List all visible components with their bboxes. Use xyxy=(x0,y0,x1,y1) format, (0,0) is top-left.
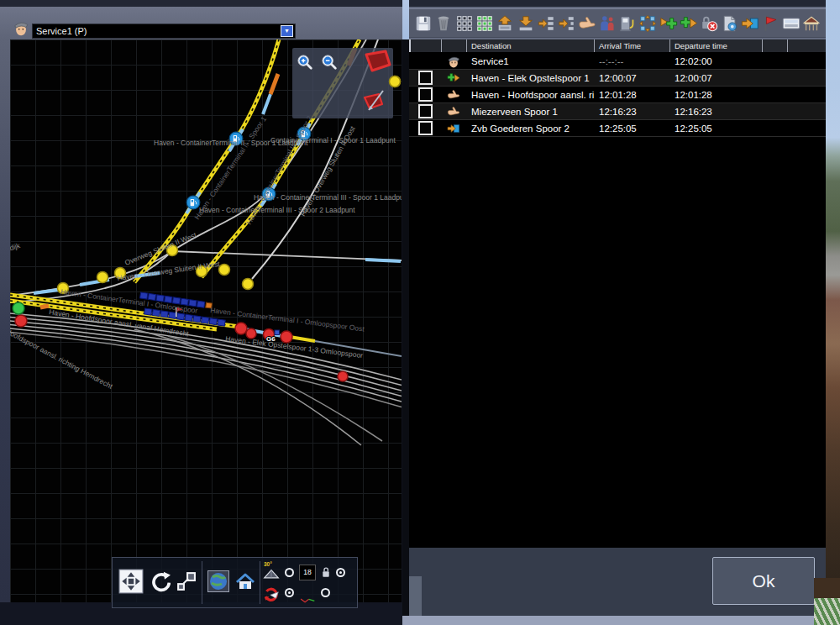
service-select[interactable]: Service1 (P) ▼ xyxy=(32,24,296,39)
w agon[interactable] xyxy=(160,311,168,318)
app-window: Service1 (P) ▼ xyxy=(0,0,840,625)
column-header-departure-time: Departure time xyxy=(669,39,762,52)
schedule-toolbar xyxy=(409,7,826,39)
depot-icon[interactable] xyxy=(801,13,822,34)
schedule-row[interactable]: Haven - Hoofdspoor aansl. richting Kr12:… xyxy=(409,87,826,103)
add-stop-icon xyxy=(441,71,466,85)
map-label: Haven - ContainerTerminal III - Spoor 1 … xyxy=(254,193,402,202)
gradient-radio[interactable] xyxy=(285,568,294,577)
map-canvas: Haven - ContainerTerminal II - Spoor 1 L… xyxy=(10,39,402,602)
ok-button[interactable]: Ok xyxy=(712,557,815,605)
rotate-button[interactable] xyxy=(149,570,171,596)
altitude-radio[interactable] xyxy=(336,568,345,577)
signal-marker-icon xyxy=(299,585,316,601)
insert-after-icon[interactable] xyxy=(536,13,556,34)
signal-radio[interactable] xyxy=(321,588,330,597)
altitude-value: 18 xyxy=(299,565,316,580)
background-scene-gap xyxy=(402,0,409,39)
insert-before-icon[interactable] xyxy=(556,13,576,34)
schedule-row[interactable]: Zvb Goederen Spoor 212:25:0512:25:05 xyxy=(409,120,826,137)
stop-marker[interactable] xyxy=(15,315,27,327)
w agon[interactable] xyxy=(152,309,160,316)
arrival-cell: 12:00:07 xyxy=(594,73,669,83)
padlock-icon xyxy=(321,566,331,580)
siding-icon[interactable] xyxy=(740,13,760,34)
background-3d-scene xyxy=(826,0,840,625)
passengers-icon[interactable] xyxy=(597,13,617,34)
row-checkbox[interactable] xyxy=(418,87,433,102)
departure-cell: 12:16:23 xyxy=(669,107,762,117)
w agon[interactable] xyxy=(201,317,208,323)
schedule-row[interactable]: Haven - Elek Opstelspoor 112:00:0712:00:… xyxy=(409,70,826,87)
row-checkbox[interactable] xyxy=(418,104,433,118)
loading-point-icon[interactable] xyxy=(186,196,200,209)
stop-marker[interactable] xyxy=(235,323,247,334)
magnifier-minus-icon[interactable] xyxy=(320,53,339,71)
column-header-blank xyxy=(441,39,466,52)
add-stop-icon[interactable] xyxy=(679,13,699,34)
lower-icon[interactable] xyxy=(516,13,536,34)
driver-avatar-icon xyxy=(12,18,30,37)
schedule-table: DestinationArrival TimeDeparture time Se… xyxy=(409,39,826,548)
chevron-down-icon[interactable]: ▼ xyxy=(281,25,293,37)
point-icon xyxy=(441,105,466,118)
add-waypoint-icon[interactable] xyxy=(659,13,679,34)
schedule-row[interactable]: Miezerveen Spoor 112:16:2312:16:23 xyxy=(409,103,826,120)
start-marker[interactable] xyxy=(13,302,24,314)
schedule-row[interactable]: Service1--:--:--12:02:00 xyxy=(409,53,826,70)
direction-radio[interactable] xyxy=(285,588,294,597)
schedule-toolbar-inset xyxy=(409,8,826,38)
delete-icon[interactable] xyxy=(433,13,454,34)
world-button[interactable] xyxy=(207,570,229,596)
w agon[interactable] xyxy=(185,314,192,321)
w agon[interactable] xyxy=(209,318,217,325)
grid-filled-icon[interactable] xyxy=(475,13,495,34)
map-view[interactable]: Haven - ContainerTerminal II - Spoor 1 L… xyxy=(10,39,402,602)
arrival-cell: 12:25:05 xyxy=(594,123,669,134)
column-header-blank xyxy=(409,39,441,52)
switch-marker[interactable] xyxy=(219,265,230,276)
expand-icon[interactable] xyxy=(638,13,658,34)
w agon[interactable] xyxy=(169,312,176,318)
destination-cell: Haven - Hoofdspoor aansl. richting Kr xyxy=(466,90,594,100)
map-label: Haven - ContainerTerminal III - Spoor 2 … xyxy=(199,206,355,214)
grid-outline-icon[interactable] xyxy=(454,13,475,34)
w agon[interactable] xyxy=(193,316,201,323)
home-button[interactable] xyxy=(234,571,255,595)
refuel-icon[interactable] xyxy=(617,13,638,34)
map-label: ndijk xyxy=(10,241,22,254)
bottom-frame-right xyxy=(402,616,840,625)
signal-id-label: G6 xyxy=(266,335,276,343)
row-checkbox[interactable] xyxy=(418,71,433,85)
stop-marker[interactable] xyxy=(338,371,348,381)
w agon[interactable] xyxy=(218,319,225,326)
keyboard-icon[interactable] xyxy=(781,13,801,34)
arrival-cell: 12:16:23 xyxy=(594,107,669,117)
magnifier-plus-icon[interactable] xyxy=(296,53,314,71)
signal-segment xyxy=(270,74,278,94)
point-icon[interactable] xyxy=(577,13,597,34)
map-label: Hoofdspoor aansl. richting Hemdrecht xyxy=(10,327,114,391)
map-label: Haven - ContainerTerminal I - Omloopspoo… xyxy=(210,306,365,334)
save-icon[interactable] xyxy=(413,13,433,34)
pan-button[interactable] xyxy=(118,569,144,597)
siding-icon xyxy=(441,122,466,135)
switch-marker[interactable] xyxy=(97,272,108,283)
raise-icon[interactable] xyxy=(495,13,515,34)
service-settings-icon[interactable] xyxy=(720,13,740,34)
flag-icon[interactable] xyxy=(760,13,780,34)
arrival-cell: 12:01:28 xyxy=(594,90,669,100)
w agon[interactable] xyxy=(144,308,152,315)
footer-tab xyxy=(409,576,422,616)
point-icon xyxy=(441,88,466,102)
departure-cell: 12:01:28 xyxy=(669,90,762,100)
signal-segment xyxy=(40,306,49,307)
switch-marker[interactable] xyxy=(390,76,401,87)
switch-marker[interactable] xyxy=(243,279,254,290)
column-header-destination: Destination xyxy=(466,39,594,52)
row-checkbox[interactable] xyxy=(418,121,433,135)
w agon[interactable] xyxy=(176,313,184,320)
destination-cell: Haven - Elek Opstelspoor 1 xyxy=(466,73,594,83)
jump-button[interactable] xyxy=(176,570,197,595)
remove-lock-icon[interactable] xyxy=(699,13,719,34)
